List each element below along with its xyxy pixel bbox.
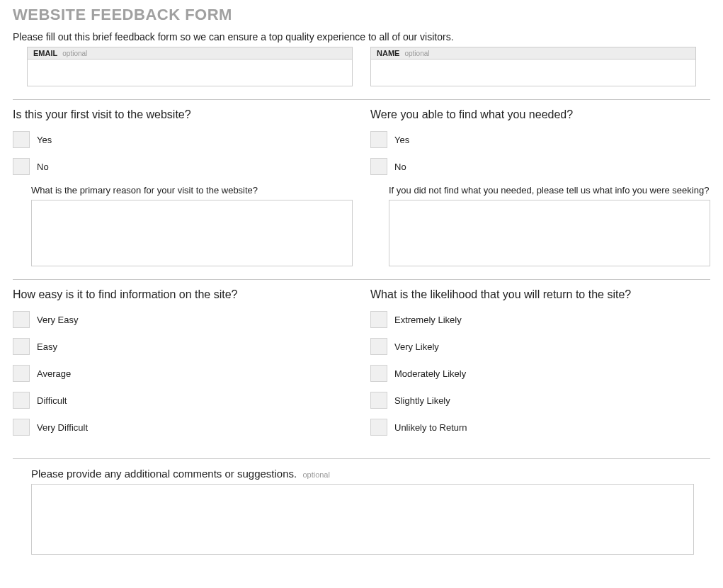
ease-opt-1-label: Easy: [37, 341, 57, 352]
find-needed-info-textarea[interactable]: [389, 200, 710, 266]
checkbox-find-needed-no[interactable]: [370, 158, 387, 175]
page-title: WEBSITE FEEDBACK FORM: [13, 6, 710, 24]
section-first-visit-find: Is this your first visit to the website?…: [13, 108, 710, 266]
return-opt-4-label: Unlikely to Return: [394, 422, 467, 433]
email-header: EMAIL optional: [27, 47, 353, 60]
ease-opt-3-label: Difficult: [37, 395, 67, 406]
intro-text: Please fill out this brief feedback form…: [13, 31, 710, 43]
return-opt-3-label: Slightly Likely: [394, 395, 450, 406]
email-input[interactable]: [27, 60, 353, 86]
comments-label-row: Please provide any additional comments o…: [31, 468, 710, 480]
comments-textarea[interactable]: [31, 484, 694, 555]
return-opt-1-row: Very Likely: [370, 338, 710, 355]
comments-block: Please provide any additional comments o…: [13, 468, 710, 555]
return-opt-4-row: Unlikely to Return: [370, 419, 710, 436]
first-visit-no-row: No: [13, 158, 353, 175]
name-field-block: NAME optional: [370, 47, 696, 86]
first-visit-followup-label: What is the primary reason for your visi…: [31, 185, 353, 196]
name-input[interactable]: [370, 60, 696, 86]
return-opt-2-row: Moderately Likely: [370, 365, 710, 382]
name-header: NAME optional: [370, 47, 696, 60]
return-opt-3-row: Slightly Likely: [370, 392, 710, 409]
find-needed-yes-label: Yes: [394, 135, 409, 145]
top-fields: EMAIL optional NAME optional: [13, 47, 710, 86]
find-needed-no-label: No: [394, 162, 406, 172]
ease-opt-3-row: Difficult: [13, 392, 353, 409]
first-visit-reason-textarea[interactable]: [31, 200, 353, 266]
checkbox-first-visit-no[interactable]: [13, 158, 30, 175]
question-ease: How easy is it to find information on th…: [13, 288, 353, 301]
checkbox-ease-easy[interactable]: [13, 338, 30, 355]
return-opt-0-label: Extremely Likely: [394, 315, 462, 325]
checkbox-ease-very-easy[interactable]: [13, 311, 30, 328]
checkbox-ease-average[interactable]: [13, 365, 30, 382]
name-label: NAME: [377, 49, 399, 57]
checkbox-ease-difficult[interactable]: [13, 392, 30, 409]
checkbox-return-unlikely[interactable]: [370, 419, 387, 436]
name-optional: optional: [404, 50, 429, 57]
first-visit-yes-row: Yes: [13, 131, 353, 148]
checkbox-find-needed-yes[interactable]: [370, 131, 387, 148]
return-opt-1-label: Very Likely: [394, 341, 439, 352]
email-label: EMAIL: [33, 49, 57, 57]
checkbox-return-extremely[interactable]: [370, 311, 387, 328]
email-field-block: EMAIL optional: [27, 47, 353, 86]
ease-opt-1-row: Easy: [13, 338, 353, 355]
find-needed-no-row: No: [370, 158, 710, 175]
divider-3: [13, 458, 710, 459]
ease-opt-0-row: Very Easy: [13, 311, 353, 328]
checkbox-ease-very-difficult[interactable]: [13, 419, 30, 436]
question-find-needed: Were you able to find what you needed?: [370, 108, 710, 121]
ease-opt-4-label: Very Difficult: [37, 422, 88, 433]
section-ease-return: How easy is it to find information on th…: [13, 288, 710, 446]
divider-1: [13, 99, 710, 100]
first-visit-no-label: No: [37, 162, 49, 172]
ease-opt-0-label: Very Easy: [37, 315, 79, 325]
checkbox-return-slightly[interactable]: [370, 392, 387, 409]
checkbox-return-moderately[interactable]: [370, 365, 387, 382]
question-first-visit: Is this your first visit to the website?: [13, 108, 353, 121]
ease-opt-2-label: Average: [37, 368, 71, 379]
divider-2: [13, 279, 710, 280]
first-visit-yes-label: Yes: [37, 135, 52, 145]
checkbox-first-visit-yes[interactable]: [13, 131, 30, 148]
return-opt-0-row: Extremely Likely: [370, 311, 710, 328]
question-return: What is the likelihood that you will ret…: [370, 288, 710, 301]
return-opt-2-label: Moderately Likely: [394, 368, 466, 379]
ease-opt-4-row: Very Difficult: [13, 419, 353, 436]
comments-label: Please provide any additional comments o…: [31, 468, 297, 480]
find-needed-followup-label: If you did not find what you needed, ple…: [389, 185, 710, 196]
comments-optional: optional: [302, 470, 330, 479]
checkbox-return-very[interactable]: [370, 338, 387, 355]
find-needed-yes-row: Yes: [370, 131, 710, 148]
ease-opt-2-row: Average: [13, 365, 353, 382]
email-optional: optional: [62, 50, 87, 57]
